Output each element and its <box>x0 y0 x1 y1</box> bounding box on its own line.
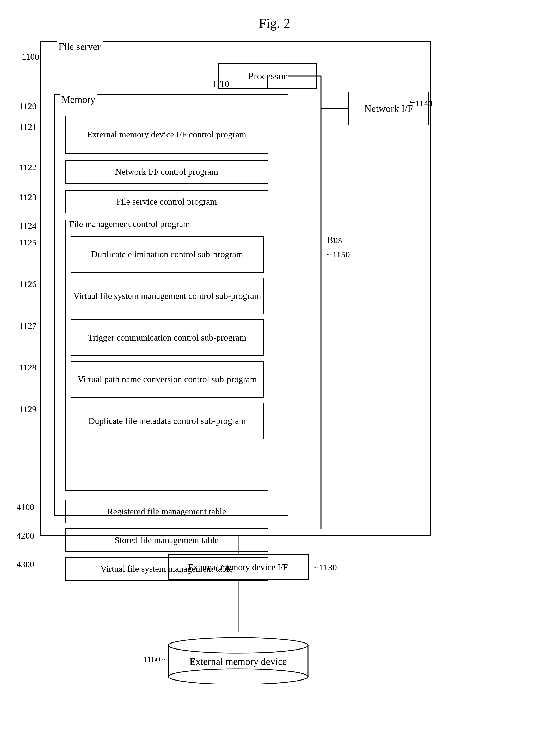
ext-if-box: External memory device I/F <box>168 554 309 580</box>
table-box-4200: Stored file management table <box>65 528 268 552</box>
ref-1125: 1125 <box>19 238 37 248</box>
ref-1110: 1110 <box>212 79 229 89</box>
ref-1100: 1100 <box>22 52 39 62</box>
prog-box-1122: Network I/F control program <box>65 160 268 184</box>
file-server-box: File server Processor Network I/F Memory… <box>40 41 431 536</box>
ref-4200: 4200 <box>17 531 34 541</box>
memory-box: Memory External memory device I/F contro… <box>54 94 289 516</box>
page-title: Fig. 2 <box>0 0 549 31</box>
ref-1121: 1121 <box>19 122 37 132</box>
ref-1160: 1160~ <box>143 654 165 664</box>
ref-1127: 1127 <box>19 321 37 331</box>
ref-1129: 1129 <box>19 404 37 414</box>
diagram-container: File server Processor Network I/F Memory… <box>40 41 509 756</box>
prog-label-1127: Trigger communication control sub-progra… <box>88 332 246 343</box>
network-if-box: Network I/F <box>348 92 429 125</box>
ext-mem-device: External memory device <box>168 632 309 684</box>
ref-4100: 4100 <box>17 502 34 512</box>
prog-box-1128: Virtual path name conversion control sub… <box>71 361 264 398</box>
processor-box: Processor <box>218 63 317 89</box>
ext-if-label: External memory device I/F <box>188 562 288 572</box>
table-label-4100: Registered file management table <box>107 506 226 517</box>
prog-box-1123: File service control program <box>65 190 268 213</box>
ref-1140: 1140 <box>415 99 433 109</box>
ref-1128: 1128 <box>19 363 37 373</box>
prog-label-1123: File service control program <box>116 196 217 207</box>
prog-label-1126: Virtual file system management control s… <box>73 290 261 302</box>
ref-1130: ~1130 <box>314 563 337 572</box>
prog-box-1127: Trigger communication control sub-progra… <box>71 319 264 356</box>
ref-4300: 4300 <box>17 559 34 569</box>
ref-1120: 1120 <box>19 101 37 111</box>
ref-1124: 1124 <box>19 221 37 231</box>
ref-1123: 1123 <box>19 192 37 202</box>
prog-box-1126: Virtual file system management control s… <box>71 278 264 314</box>
prog-label-1124: File management control program <box>68 219 191 229</box>
prog-label-1122: Network I/F control program <box>115 166 218 178</box>
prog-label-1121: External memory device I/F control progr… <box>87 129 246 140</box>
prog-box-1129: Duplicate file metadata control sub-prog… <box>71 403 264 439</box>
ref-1126: 1126 <box>19 279 37 289</box>
svg-point-14 <box>168 638 308 653</box>
ref-1122: 1122 <box>19 162 37 172</box>
table-box-4100: Registered file management table <box>65 500 268 523</box>
bus-label: Bus <box>327 234 342 245</box>
processor-label: Processor <box>248 70 287 82</box>
memory-label: Memory <box>60 94 97 105</box>
svg-point-13 <box>168 669 308 684</box>
prog-box-1121: External memory device I/F control progr… <box>65 116 268 154</box>
prog-label-1129: Duplicate file metadata control sub-prog… <box>88 415 246 427</box>
connector-extif-to-extmem <box>40 580 431 638</box>
prog-label-1128: Virtual path name conversion control sub… <box>77 374 256 385</box>
svg-text:External memory device: External memory device <box>189 656 287 667</box>
table-label-4200: Stored file management table <box>115 534 218 546</box>
prog-box-1125: Duplicate elimination control sub-progra… <box>71 236 264 273</box>
ref-1150: ~1150 <box>327 250 350 260</box>
prog-label-1125: Duplicate elimination control sub-progra… <box>91 249 243 260</box>
network-if-label: Network I/F <box>364 103 413 114</box>
prog-box-1124-outer: File management control program Duplicat… <box>65 220 268 491</box>
file-server-label: File server <box>57 41 103 52</box>
cylinder-svg: External memory device <box>168 632 309 684</box>
